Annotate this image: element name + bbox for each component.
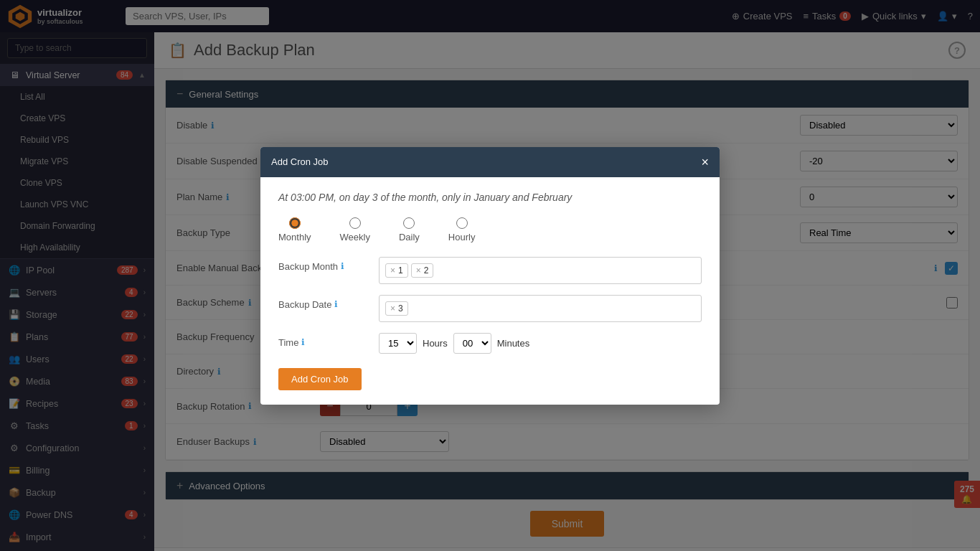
hours-label: Hours [423,338,448,349]
frequency-radio-tabs: Monthly Weekly Daily Hourly [278,217,702,242]
modal-body: At 03:00 PM, on day 3 of the month, only… [260,177,720,405]
month-tag-2-remove[interactable]: × [416,265,421,276]
modal-overlay[interactable]: Add Cron Job × At 03:00 PM, on day 3 of … [0,0,980,551]
time-label: Time ℹ [278,333,372,348]
month-tag-1-remove[interactable]: × [390,265,395,276]
radio-monthly-label: Monthly [278,232,311,242]
radio-tab-monthly[interactable]: Monthly [278,217,311,242]
radio-tab-weekly[interactable]: Weekly [340,217,370,242]
modal-header: Add Cron Job × [260,147,720,177]
minute-select[interactable]: 00 051015 202530 354045 5055 [453,333,491,354]
add-cron-job-modal: Add Cron Job × At 03:00 PM, on day 3 of … [260,147,720,405]
modal-close-button[interactable]: × [701,156,709,169]
radio-weekly-label: Weekly [340,232,370,242]
radio-weekly[interactable] [349,217,361,229]
date-tag-3-remove[interactable]: × [390,303,395,314]
radio-monthly[interactable] [289,217,301,229]
radio-hourly[interactable] [456,217,468,229]
radio-daily-label: Daily [399,232,420,242]
backup-date-tag-input[interactable]: × 3 [379,295,702,322]
month-tag-2: × 2 [411,263,434,278]
backup-month-tag-input[interactable]: × 1 × 2 [379,257,702,284]
radio-daily[interactable] [403,217,415,229]
backup-month-label: Backup Month ℹ [278,257,372,272]
time-input-row: 15 000102 030405 060708 091011 121314 16… [379,333,529,354]
time-info-icon[interactable]: ℹ [301,337,305,347]
backup-date-label: Backup Date ℹ [278,295,372,310]
backup-date-row: Backup Date ℹ × 3 [278,295,702,322]
cron-description: At 03:00 PM, on day 3 of the month, only… [278,192,702,203]
backup-month-info-icon[interactable]: ℹ [341,261,344,271]
radio-hourly-label: Hourly [448,232,476,242]
backup-month-row: Backup Month ℹ × 1 × 2 [278,257,702,284]
time-row: Time ℹ 15 000102 030405 060708 091011 12… [278,333,702,354]
minutes-label: Minutes [497,338,530,349]
date-tag-3: × 3 [385,301,408,316]
month-tag-1: × 1 [385,263,408,278]
modal-title: Add Cron Job [271,156,329,167]
backup-date-info-icon[interactable]: ℹ [334,299,338,309]
hour-select[interactable]: 15 000102 030405 060708 091011 121314 16… [379,333,417,354]
radio-tab-hourly[interactable]: Hourly [448,217,476,242]
radio-tab-daily[interactable]: Daily [399,217,420,242]
add-cron-job-button[interactable]: Add Cron Job [278,368,362,390]
